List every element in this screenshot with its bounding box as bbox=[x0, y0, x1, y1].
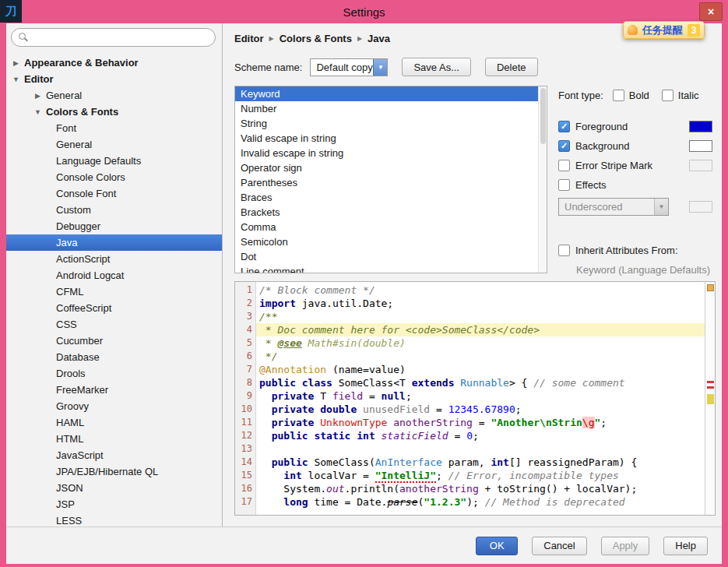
code-token: \g bbox=[582, 417, 595, 428]
sidebar-item-haml[interactable]: HAML bbox=[6, 414, 222, 431]
titlebar[interactable]: Settings bbox=[0, 0, 728, 23]
element-list-items: KeywordNumberStringValid escape in strin… bbox=[235, 86, 538, 273]
search-box[interactable] bbox=[11, 28, 216, 47]
sidebar-item-drools[interactable]: Drools bbox=[6, 365, 222, 382]
element-list-item[interactable]: Comma bbox=[235, 220, 538, 234]
italic-checkbox[interactable]: ✓ bbox=[662, 90, 673, 101]
foreground-color-swatch[interactable] bbox=[689, 121, 712, 132]
sidebar-item-general[interactable]: ▶General bbox=[6, 87, 222, 104]
code-line[interactable]: 13 bbox=[235, 442, 705, 456]
sidebar-item-database[interactable]: Database bbox=[6, 349, 222, 365]
attribute-panel: Font type: ✓ Bold ✓ Italic ✓ Foreground … bbox=[558, 89, 716, 276]
search-input[interactable] bbox=[33, 32, 208, 44]
sidebar-item-editor[interactable]: ▼Editor bbox=[6, 71, 222, 87]
element-list-item[interactable]: Dot bbox=[235, 249, 538, 264]
code-line[interactable]: 5 * @see Math#sin(double) bbox=[235, 336, 705, 350]
notification-badge[interactable]: 任务提醒 3 bbox=[623, 21, 705, 39]
code-line[interactable]: 14 public SomeClass(AnInterface param, i… bbox=[235, 456, 705, 469]
inherit-attributes-checkbox[interactable]: ✓ bbox=[558, 245, 570, 256]
sidebar-item-language-defaults[interactable]: Language Defaults bbox=[6, 153, 222, 169]
inspections-indicator-icon[interactable] bbox=[707, 284, 714, 291]
code-token: /* Block comment */ bbox=[259, 284, 375, 296]
sidebar-item-freemarker[interactable]: FreeMarker bbox=[6, 382, 222, 398]
sidebar-item-label: General bbox=[46, 90, 82, 101]
error-stripe[interactable] bbox=[705, 282, 715, 515]
sidebar-item-jpa-ejb-hibernate-ql[interactable]: JPA/EJB/Hibernate QL bbox=[6, 463, 222, 480]
element-list-item[interactable]: Keyword bbox=[235, 86, 538, 101]
sidebar-item-actionscript[interactable]: ActionScript bbox=[6, 251, 222, 267]
bold-checkbox[interactable]: ✓ bbox=[613, 90, 624, 101]
code-line[interactable]: 15 int localVar = "IntelliJ"; // Error, … bbox=[235, 469, 705, 482]
sidebar-item-java[interactable]: Java bbox=[6, 234, 222, 251]
help-button[interactable]: Help bbox=[663, 537, 708, 555]
sidebar-item-debugger[interactable]: Debugger bbox=[6, 218, 222, 234]
element-list-item[interactable]: String bbox=[235, 116, 538, 131]
sidebar-item-coffeescript[interactable]: CoffeeScript bbox=[6, 300, 222, 316]
sidebar-item-html[interactable]: HTML bbox=[6, 431, 222, 447]
sidebar-item-console-font[interactable]: Console Font bbox=[6, 185, 222, 202]
sidebar-item-less[interactable]: LESS bbox=[6, 512, 222, 526]
ok-button[interactable]: OK bbox=[476, 537, 518, 555]
code-token: private bbox=[259, 417, 320, 428]
chevron-expanded-icon[interactable]: ▼ bbox=[33, 108, 43, 116]
code-line[interactable]: 2import java.util.Date; bbox=[235, 297, 705, 310]
sidebar-item-cfml[interactable]: CFML bbox=[6, 284, 222, 300]
element-list-item[interactable]: Operator sign bbox=[235, 160, 538, 175]
code-line[interactable]: 6 */ bbox=[235, 350, 705, 363]
code-line[interactable]: 11 private UnknownType anotherString = "… bbox=[235, 416, 705, 429]
code-line[interactable]: 10 private double unusedField = 12345.67… bbox=[235, 403, 705, 416]
chevron-down-icon[interactable]: ▼ bbox=[373, 59, 387, 76]
delete-button[interactable]: Delete bbox=[485, 58, 538, 76]
error-stripe-mark[interactable] bbox=[707, 386, 714, 389]
element-list-item[interactable]: Number bbox=[235, 101, 538, 116]
sidebar-item-json[interactable]: JSON bbox=[6, 480, 222, 496]
chevron-collapsed-icon[interactable]: ▶ bbox=[11, 59, 21, 67]
code-token: // some comment bbox=[533, 377, 624, 389]
warning-stripe-mark[interactable] bbox=[707, 394, 714, 404]
sidebar-item-appearance-behavior[interactable]: ▶Appearance & Behavior bbox=[6, 55, 222, 71]
sidebar-item-colors-fonts[interactable]: ▼Colors & Fonts bbox=[6, 104, 222, 120]
sidebar-item-css[interactable]: CSS bbox=[6, 316, 222, 333]
error-stripe-mark[interactable] bbox=[707, 381, 714, 383]
element-list-item[interactable]: Semicolon bbox=[235, 234, 538, 249]
chevron-expanded-icon[interactable]: ▼ bbox=[11, 76, 21, 83]
sidebar-item-jsp[interactable]: JSP bbox=[6, 496, 222, 512]
element-list-item[interactable]: Brackets bbox=[235, 205, 538, 220]
sidebar-item-custom[interactable]: Custom bbox=[6, 202, 222, 218]
code-line[interactable]: 7@Annotation (name=value) bbox=[235, 363, 705, 376]
code-line[interactable]: 3/** bbox=[235, 310, 705, 323]
close-button[interactable]: × bbox=[699, 2, 723, 21]
element-list-item[interactable]: Valid escape in string bbox=[235, 131, 538, 146]
code-preview[interactable]: 1/* Block comment */2import java.util.Da… bbox=[234, 281, 716, 516]
cancel-button[interactable]: Cancel bbox=[532, 537, 586, 555]
background-checkbox[interactable]: ✓ bbox=[558, 140, 570, 152]
sidebar-item-console-colors[interactable]: Console Colors bbox=[6, 169, 222, 185]
scrollbar-thumb[interactable] bbox=[540, 88, 546, 144]
code-line[interactable]: 1/* Block comment */ bbox=[235, 284, 705, 297]
element-list-item[interactable]: Invalid escape in string bbox=[235, 146, 538, 160]
code-line[interactable]: 17 long time = Date.parse("1.2.3"); // M… bbox=[235, 495, 705, 509]
code-line[interactable]: 9 private T field = null; bbox=[235, 389, 705, 403]
element-list-item[interactable]: Line comment bbox=[235, 264, 538, 273]
code-token: import bbox=[259, 298, 302, 309]
background-color-swatch[interactable] bbox=[689, 140, 712, 152]
element-list-scrollbar[interactable] bbox=[538, 86, 547, 273]
element-list-item[interactable]: Braces bbox=[235, 190, 538, 205]
effects-checkbox[interactable]: ✓ bbox=[558, 179, 570, 191]
sidebar-item-general[interactable]: General bbox=[6, 136, 222, 153]
element-list-item[interactable]: Parentheses bbox=[235, 175, 538, 190]
sidebar-item-groovy[interactable]: Groovy bbox=[6, 398, 222, 414]
sidebar-item-font[interactable]: Font bbox=[6, 120, 222, 136]
sidebar-item-javascript[interactable]: JavaScript bbox=[6, 447, 222, 463]
code-line[interactable]: 16 System.out.println(anotherString + to… bbox=[235, 482, 705, 495]
code-line[interactable]: 8public class SomeClass<T extends Runnab… bbox=[235, 376, 705, 389]
chevron-collapsed-icon[interactable]: ▶ bbox=[33, 92, 43, 100]
save-as-button[interactable]: Save As... bbox=[402, 58, 471, 76]
sidebar-item-android-logcat[interactable]: Android Logcat bbox=[6, 267, 222, 284]
sidebar-item-cucumber[interactable]: Cucumber bbox=[6, 333, 222, 349]
foreground-checkbox[interactable]: ✓ bbox=[558, 121, 570, 132]
code-line[interactable]: 12 public static int staticField = 0; bbox=[235, 429, 705, 442]
scheme-combo[interactable]: Default copy ▼ bbox=[310, 58, 388, 76]
code-line[interactable]: 4 * Doc comment here for <code>SomeClass… bbox=[235, 323, 705, 336]
error-stripe-checkbox[interactable]: ✓ bbox=[558, 160, 570, 171]
